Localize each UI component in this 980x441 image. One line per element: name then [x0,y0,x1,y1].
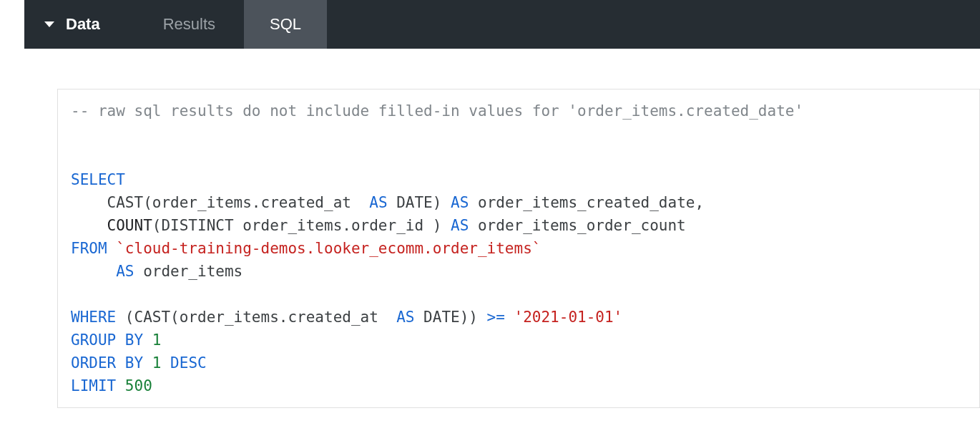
tab-results[interactable]: Results [134,0,244,49]
sql-comment: -- raw sql results do not include filled… [71,102,803,120]
tab-data[interactable]: Data [24,0,134,49]
tab-results-label: Results [163,15,215,34]
sql-select: SELECT [71,171,125,188]
tab-data-label: Data [66,15,100,34]
sql-code-container: -- raw sql results do not include filled… [57,89,980,408]
chevron-down-icon [44,21,54,27]
tab-bar: Data Results SQL [24,0,980,49]
tab-sql[interactable]: SQL [244,0,327,49]
tab-sql-label: SQL [270,15,301,34]
sql-code: -- raw sql results do not include filled… [71,100,966,397]
